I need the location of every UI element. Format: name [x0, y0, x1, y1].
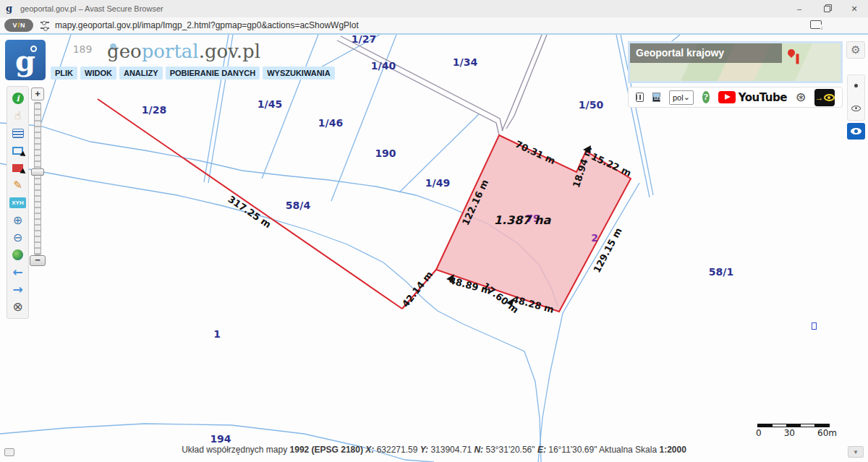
menu-widok[interactable]: WIDOK [80, 67, 116, 80]
favicon-icon: g [6, 4, 16, 14]
collapse-panel-button[interactable]: ▼ [848, 446, 864, 458]
dot-visibility-icon[interactable] [854, 84, 858, 87]
eye-outline-icon[interactable] [851, 106, 861, 111]
measurement-label: 15.22 m [590, 151, 633, 179]
toolbar-zoom-out-button[interactable]: ⊖ [9, 228, 27, 246]
highlighted-parcel [436, 135, 631, 312]
parcel-label: 1/50 [579, 99, 603, 111]
parcel-label: 1/49 [425, 177, 450, 189]
toolbar-layers-legend-button[interactable] [9, 124, 27, 142]
zoom-out-button[interactable]: − [30, 255, 46, 266]
youtube-play-icon [718, 91, 736, 103]
url-text[interactable]: mapy.geoportal.gov.pl/imap/Imgp_2.html?g… [55, 20, 359, 30]
parcel-label: 1 [213, 328, 221, 340]
full-extent-globe-icon [12, 249, 23, 260]
restore-icon [824, 6, 830, 12]
geoportal-logo-icon[interactable]: g [5, 40, 46, 80]
toolbar-draw-measure-button[interactable]: ✎ [9, 176, 27, 194]
measurement-label: 42.14 m [400, 269, 435, 309]
parcel-label: 58/1 [709, 266, 733, 278]
select-blue-icon [12, 147, 23, 155]
contrast-arrow-icon: → [814, 93, 823, 103]
toolbar-info-button[interactable]: i [9, 90, 27, 107]
language-select[interactable]: pol⌄ [669, 90, 694, 105]
layers-legend-icon [12, 129, 24, 138]
site-settings-icon[interactable] [41, 22, 49, 29]
measurement-label: 17.60 m [480, 281, 521, 315]
parcel-label: 189 [73, 43, 93, 55]
browser-titlebar: g geoportal.gov.pl – Avast Secure Browse… [0, 0, 868, 17]
map-viewport[interactable]: 1891/271/401/341/501/281/451/461901/4958… [0, 35, 868, 462]
measurement-label: 122.16 m [460, 178, 490, 227]
zoom-out-icon: ⊖ [13, 231, 22, 244]
parcel-label: 1/40 [371, 60, 396, 72]
restore-button[interactable] [813, 0, 841, 17]
close-button[interactable]: ✕ [841, 0, 868, 17]
draw-measure-icon: ✎ [13, 179, 22, 192]
map-numbers-icon[interactable] [652, 93, 660, 102]
scale-bar-graphic [757, 424, 830, 427]
address-bar[interactable]: V/N mapy.geoportal.gov.pl/imap/Imgp_2.ht… [0, 17, 868, 35]
measurement-label: 18.94 m [571, 145, 595, 189]
toolbar-select-blue-button[interactable] [9, 142, 27, 159]
window-title: geoportal.gov.pl – Avast Secure Browser [20, 4, 163, 13]
toolbar-select-red-button[interactable] [9, 159, 27, 176]
toolbar-zoom-in-button[interactable]: ⊕ [9, 211, 27, 228]
parcel-label: 1/34 [453, 56, 477, 68]
minimize-button[interactable]: – [786, 0, 813, 17]
zoom-slider-track[interactable] [34, 102, 41, 255]
toolbar-full-extent-globe-button[interactable] [9, 246, 27, 263]
menu-analizy[interactable]: ANALIZY [119, 67, 163, 80]
measurement-label: 48.28 m [511, 294, 555, 315]
chevron-down-icon: ⌄ [684, 93, 690, 102]
youtube-link[interactable]: YouTube [718, 91, 787, 104]
next-view-icon: → [12, 282, 22, 296]
left-toolbar: i☝✎XYH⊕⊖←→⊗ [7, 86, 29, 319]
contrast-controls[interactable]: → [814, 89, 835, 106]
send-to-device-icon[interactable] [810, 20, 822, 29]
area-label: 1.387 ha [494, 213, 550, 227]
zoom-in-icon: ⊕ [13, 213, 22, 227]
statusbar-text: Układ współrzędnych mapy 1992 (EPSG 2180… [0, 445, 868, 455]
select-red-icon [12, 164, 23, 172]
parcel-label: 194 [210, 433, 231, 445]
toolbar-pan-hand-button[interactable]: ☝ [9, 107, 27, 124]
parcel-label: 1/45 [258, 98, 282, 110]
site-logo-text: geoportal.gov.pl [107, 40, 260, 62]
eye-icon [851, 128, 861, 134]
coordinates-xyh-icon: XYH [9, 197, 25, 208]
bottom-left-widget-icon[interactable] [4, 448, 14, 456]
zoom-in-button[interactable]: + [31, 87, 44, 100]
scalebar-ticks: 03060m [756, 428, 837, 438]
virtual-keyboard-icon[interactable] [636, 93, 644, 102]
utility-map-symbol [812, 322, 817, 330]
measurement-label: 70.31 m [514, 139, 557, 167]
info-icon: i [12, 93, 24, 104]
settings-gear-button[interactable]: ⚙ [846, 41, 865, 59]
contrast-eye-icon [824, 94, 835, 101]
zoom-slider-handle[interactable] [31, 168, 44, 176]
visibility-toggle-button[interactable] [847, 123, 865, 140]
scale-bar: 03060m [756, 424, 837, 438]
menu-bar: PLIKWIDOKANALIZYPOBIERANIE DANYCHWYSZUKI… [51, 67, 338, 80]
menu-pobieranie-danych[interactable]: POBIERANIE DANYCH [166, 67, 260, 80]
previous-view-icon: ← [12, 265, 22, 279]
toolbar-coordinates-xyh-button[interactable]: XYH [9, 194, 27, 211]
help-button[interactable]: ? [702, 91, 710, 103]
overview-map[interactable]: Geoportal krajowy [628, 41, 843, 83]
overview-location-marker [786, 48, 796, 58]
menu-plik[interactable]: PLIK [51, 67, 77, 80]
toolbar-next-view-button[interactable]: → [9, 281, 27, 298]
quick-icon-bar: pol⌄ ? YouTube ⊛ → [628, 87, 843, 108]
toolbar-previous-view-button[interactable]: ← [9, 263, 27, 281]
toolbar-clear-close-button[interactable]: ⊗ [9, 298, 27, 315]
parcel-label: 79 [526, 213, 540, 224]
parcel-label: 1/28 [142, 104, 166, 116]
measurement-label: 129.15 m [591, 226, 624, 274]
parcel-label: 58/4 [286, 200, 310, 211]
pan-hand-icon: ☝ [14, 109, 21, 122]
vpn-badge[interactable]: V/N [4, 19, 33, 32]
parcel-label: 2 [591, 232, 598, 244]
menu-wyszukiwania[interactable]: WYSZUKIWANIA [263, 67, 334, 80]
accessibility-wheel-icon[interactable]: ⊛ [796, 90, 806, 105]
